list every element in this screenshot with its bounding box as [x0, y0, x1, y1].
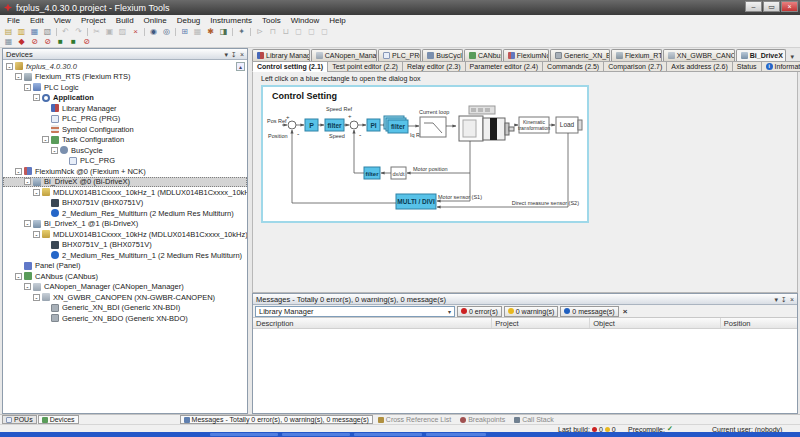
- doc-tab-canopen-manager[interactable]: CANopen_Manager: [311, 49, 377, 61]
- tree-item-mdlux-1[interactable]: -MDLUX014B1Cxxxx_10kHz_1 (MDLUX014B1Cxxx…: [3, 187, 247, 198]
- subtab-control-setting[interactable]: Control setting (2.1): [252, 61, 328, 72]
- expander-icon[interactable]: -: [33, 94, 40, 101]
- tree-scroll-up-button[interactable]: ▴: [236, 62, 245, 71]
- tab-overflow-icon[interactable]: ▾: [787, 53, 799, 61]
- doc-tab-xn-gwbr-canopen[interactable]: XN_GWBR_CANOPEN: [663, 49, 735, 61]
- tree-item-project-root[interactable]: -fxplus_4.0.30.0: [3, 61, 247, 72]
- tree-item-medium-res-multiturn[interactable]: 2_Medium_Res_Multiturn (2 Medium Res Mul…: [3, 208, 247, 219]
- position-gain-block[interactable]: P: [305, 119, 318, 131]
- tab-devices[interactable]: Devices: [38, 415, 79, 424]
- menu-instruments[interactable]: Instruments: [205, 15, 257, 26]
- run-icon[interactable]: ⊳: [253, 27, 266, 37]
- step-over-icon[interactable]: ⊔: [279, 27, 292, 37]
- speed-pi-block[interactable]: PI: [367, 119, 380, 131]
- login-disabled-icon[interactable]: ⊘: [28, 37, 41, 47]
- column-description[interactable]: Description: [253, 318, 492, 328]
- expander-icon[interactable]: -: [24, 178, 31, 185]
- build-icon[interactable]: ✱: [204, 27, 217, 37]
- expander-icon[interactable]: -: [15, 273, 22, 280]
- tree-item-xn-gwbr-canopen[interactable]: -XN_GWBR_CANOPEN (XN-GWBR-CANOPEN): [3, 292, 247, 303]
- paste-icon[interactable]: ▨: [116, 27, 129, 37]
- devices-pin-icon[interactable]: ↧: [231, 50, 237, 59]
- menu-online[interactable]: Online: [139, 15, 172, 26]
- subtab-commands[interactable]: Commands (2.5): [542, 61, 604, 72]
- doc-tab-library-manager[interactable]: Library Manager: [252, 49, 310, 61]
- redo-icon[interactable]: ↷: [72, 27, 85, 37]
- menu-help[interactable]: Help: [324, 15, 350, 26]
- tree-item-bhx0751v[interactable]: BHX0751V (BHX0751V): [3, 198, 247, 209]
- stop-icon[interactable]: ⊓: [266, 27, 279, 37]
- expander-icon[interactable]: -: [15, 168, 22, 175]
- tree-item-flexiumnck[interactable]: -FlexiumNck @0 (Flexium + NCK): [3, 166, 247, 177]
- subtab-information[interactable]: iInformation: [761, 61, 800, 72]
- tab-cross-reference-list[interactable]: Cross Reference List: [374, 415, 455, 424]
- expander-icon[interactable]: -: [33, 189, 40, 196]
- windows-taskbar[interactable]: [0, 432, 800, 437]
- devices-dropdown-icon[interactable]: ▾: [225, 50, 229, 59]
- speed-feedback-filter-block[interactable]: filter: [364, 167, 380, 179]
- doc-tab-bi-drivex[interactable]: Bi_DriveXx: [736, 49, 786, 61]
- tree-item-bhx0751v-1[interactable]: BHX0751V_1 (BHX0751V): [3, 240, 247, 251]
- reset-disabled-icon[interactable]: ⊘: [80, 37, 93, 47]
- taskbar-button[interactable]: [354, 433, 422, 436]
- tree-item-library-manager[interactable]: Library Manager: [3, 103, 247, 114]
- taskbar-button[interactable]: [210, 433, 278, 436]
- tree-item-plc-logic[interactable]: -PLC Logic: [3, 82, 247, 93]
- expander-icon[interactable]: -: [24, 84, 31, 91]
- subtab-axis-address[interactable]: Axis address (2.6): [666, 61, 732, 72]
- stop-plc-icon[interactable]: ■: [67, 37, 80, 47]
- find-next-icon[interactable]: ◎: [160, 27, 173, 37]
- tree-item-panel[interactable]: Panel (Panel): [3, 261, 247, 272]
- tree-item-task-configuration[interactable]: -Task Configuration: [3, 135, 247, 146]
- subtab-status[interactable]: Status: [732, 61, 762, 72]
- tab-call-stack[interactable]: Call Stack: [510, 415, 558, 424]
- doc-tab-generic-xn-bdi[interactable]: Generic_XN_BDI: [550, 49, 610, 61]
- menu-file[interactable]: File: [2, 15, 25, 26]
- subtab-relay-editor[interactable]: Relay editor (2.3): [402, 61, 466, 72]
- undo-icon[interactable]: ↶: [59, 27, 72, 37]
- menu-tools[interactable]: Tools: [257, 15, 286, 26]
- tree-item-symbol-configuration[interactable]: Symbol Configuration: [3, 124, 247, 135]
- wrench-icon[interactable]: ✦: [235, 27, 248, 37]
- tab-messages[interactable]: Messages - Totally 0 error(s), 0 warning…: [180, 415, 373, 424]
- tree-item-application[interactable]: -Application: [3, 93, 247, 104]
- delete-icon[interactable]: ×: [129, 27, 142, 37]
- warnings-filter-button[interactable]: 0 warning(s): [504, 306, 559, 317]
- expander-icon[interactable]: -: [33, 294, 40, 301]
- expander-icon[interactable]: -: [6, 63, 13, 70]
- errors-filter-button[interactable]: 0 error(s): [457, 306, 502, 317]
- devices-close-icon[interactable]: ×: [240, 50, 244, 59]
- edit-object-icon[interactable]: ▦: [191, 27, 204, 37]
- logout-disabled-icon[interactable]: ⊘: [41, 37, 54, 47]
- menu-edit[interactable]: Edit: [25, 15, 49, 26]
- column-object[interactable]: Object: [590, 318, 721, 328]
- start-icon[interactable]: ■: [54, 37, 67, 47]
- subtab-comparison[interactable]: Comparison (2.7): [603, 61, 667, 72]
- archive-icon[interactable]: ▦: [2, 37, 15, 47]
- taskbar-button[interactable]: [282, 433, 350, 436]
- add-object-icon[interactable]: ⊞: [178, 27, 191, 37]
- expander-icon[interactable]: -: [33, 231, 40, 238]
- message-category-select[interactable]: Library Manager ▾: [255, 306, 455, 317]
- doc-tab-buscycle[interactable]: BusCycle: [422, 49, 463, 61]
- messages-pin-icon[interactable]: ↧: [781, 295, 787, 304]
- menu-debug[interactable]: Debug: [172, 15, 206, 26]
- tree-item-canopen-manager[interactable]: -CANopen_Manager (CANopen_Manager): [3, 282, 247, 293]
- menu-project[interactable]: Project: [76, 15, 111, 26]
- tree-item-buscycle[interactable]: -BusCycle: [3, 145, 247, 156]
- tree-item-plc-prg[interactable]: PLC_PRG (PRG): [3, 114, 247, 125]
- menu-window[interactable]: Window: [286, 15, 324, 26]
- tree-item-mdlux-2[interactable]: -MDLUX014B1Cxxxx_10kHz (MDLUX014B1Cxxxx_…: [3, 229, 247, 240]
- doc-tab-flexium-rts[interactable]: Flexium_RTS: [611, 49, 662, 61]
- tab-pous[interactable]: POUs: [2, 415, 37, 424]
- clear-messages-icon[interactable]: ×: [623, 307, 628, 316]
- expander-icon[interactable]: -: [24, 283, 31, 290]
- column-project[interactable]: Project: [492, 318, 590, 328]
- tree-item-bi-drivex-1[interactable]: -Bi_DriveX_1 @1 (Bi-DriveX): [3, 219, 247, 230]
- subtab-parameter-editor[interactable]: Parameter editor (2.4): [465, 61, 543, 72]
- doc-tab-flexiumnck[interactable]: FlexiumNck: [503, 49, 549, 61]
- restore-button[interactable]: ▭: [763, 1, 780, 12]
- tree-item-generic-xn-bdi[interactable]: Generic_XN_BDI (Generic XN-BDI): [3, 303, 247, 314]
- expander-icon[interactable]: -: [51, 147, 58, 154]
- generate-icon[interactable]: ◨: [217, 27, 230, 37]
